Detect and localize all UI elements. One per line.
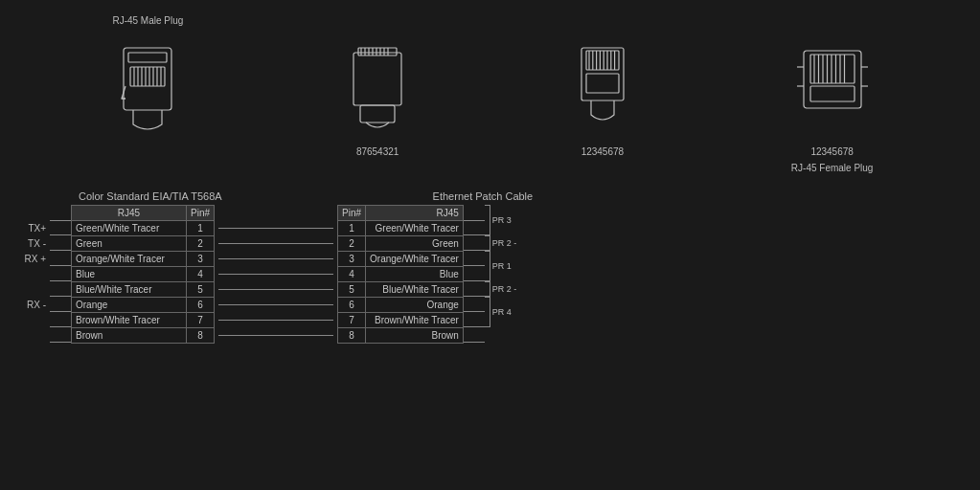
right-wire-name-2: Green <box>366 236 464 252</box>
cable-title: Ethernet Patch Cable <box>433 190 534 202</box>
svg-rect-12 <box>353 53 401 105</box>
pr-label-1: PR 1 <box>485 251 512 281</box>
pin-num-2: 2 <box>187 236 215 252</box>
table-row: 2 Green <box>338 236 464 252</box>
signal-tx-plus: TX+ <box>19 220 46 235</box>
plug-12345678-left-icon <box>564 33 641 139</box>
svg-rect-2 <box>130 67 165 86</box>
table-row: 7 Brown/White Tracer <box>338 313 464 328</box>
page: RJ-45 Male Plug <box>0 0 980 490</box>
svg-rect-22 <box>360 105 395 122</box>
color-standard-title: Color Standard EIA/TIA T568A <box>79 190 222 202</box>
signal-empty-8 <box>19 327 46 343</box>
center-cable-lines <box>218 205 333 343</box>
connector-12345678-right-sublabel: 12345678 <box>810 146 854 157</box>
right-pin-num-8: 8 <box>338 328 366 344</box>
right-wire-name-1: Green/White Tracer <box>366 221 464 236</box>
signal-rx-plus: RX + <box>19 251 46 266</box>
svg-rect-44 <box>810 86 855 101</box>
right-wire-name-5: Blue/White Tracer <box>366 282 464 298</box>
connector-87654321: placeholder <box>339 15 416 157</box>
male-plug-icon <box>104 33 191 139</box>
svg-rect-34 <box>804 51 861 108</box>
svg-rect-1 <box>128 53 167 62</box>
signal-rx-minus: RX - <box>19 297 46 312</box>
right-pin-table: Pin# RJ45 1 Green/White Tracer 2 Green 3 <box>337 205 464 344</box>
svg-rect-13 <box>358 48 397 56</box>
table-row: 5 Blue/White Tracer <box>338 282 464 298</box>
table-row: Blue/White Tracer 5 <box>72 282 215 298</box>
pin-num-3: 3 <box>187 252 215 267</box>
table-row: Green 2 <box>72 236 215 252</box>
right-pin-num-2: 2 <box>338 236 366 252</box>
table-row: 8 Brown <box>338 328 464 344</box>
right-pin-num-3: 3 <box>338 252 366 267</box>
female-plug-label: RJ-45 Female Plug <box>791 163 874 173</box>
plug-87654321-icon <box>339 33 416 139</box>
wiring-area: TX+ TX - RX + RX - <box>19 205 961 344</box>
table-row: 1 Green/White Tracer <box>338 221 464 236</box>
table-row: Green/White Tracer 1 <box>72 221 215 236</box>
pin-num-1: 1 <box>187 221 215 236</box>
right-pin-num-5: 5 <box>338 282 366 298</box>
right-wire-name-4: Blue <box>366 267 464 282</box>
right-wire-name-8: Brown <box>366 328 464 344</box>
connector-male-plug: RJ-45 Male Plug <box>104 15 191 139</box>
wire-name-4: Blue <box>72 267 187 282</box>
table-row: 4 Blue <box>338 267 464 282</box>
wire-name-3: Orange/White Tracer <box>72 252 187 267</box>
pr-label-4: PR 4 <box>485 297 512 327</box>
left-signals: TX+ TX - RX + RX - <box>19 205 46 343</box>
pin-num-7: 7 <box>187 313 215 328</box>
connector-12345678-left-sublabel: 12345678 <box>581 146 625 157</box>
right-wire-name-3: Orange/White Tracer <box>366 252 464 267</box>
pin-num-8: 8 <box>187 328 215 344</box>
signal-empty-5 <box>19 281 46 297</box>
table-row: 6 Orange <box>338 298 464 313</box>
table-row: Orange 6 <box>72 298 215 313</box>
right-pin-num-1: 1 <box>338 221 366 236</box>
pr-label-2a: PR 2 - <box>485 235 517 251</box>
cable-line-6 <box>218 297 333 312</box>
connector-87654321-sublabel: 87654321 <box>356 146 399 157</box>
right-wire-name-7: Brown/White Tracer <box>366 313 464 328</box>
cable-line-1 <box>218 220 333 235</box>
table-row: Blue 4 <box>72 267 215 282</box>
right-pin-num-6: 6 <box>338 298 366 313</box>
table-row: Brown/White Tracer 7 <box>72 313 215 328</box>
pr-label-2b: PR 2 - <box>485 281 517 297</box>
cable-line-8 <box>218 327 333 343</box>
cable-line-4 <box>218 266 333 281</box>
cable-line-7 <box>218 312 333 327</box>
right-header-rj45: RJ45 <box>366 206 464 221</box>
pr-label-3: PR 3 <box>485 205 512 235</box>
connector-female-plug: placeholder <box>789 15 876 173</box>
svg-rect-33 <box>586 74 619 93</box>
signal-tx-minus: TX - <box>19 235 46 251</box>
right-pr-labels: PR 3 PR 2 - PR 1 PR 2 - <box>485 205 521 220</box>
pin-num-4: 4 <box>187 267 215 282</box>
cable-line-3 <box>218 251 333 266</box>
pin-num-6: 6 <box>187 298 215 313</box>
female-plug-icon <box>789 33 876 139</box>
table-row: Brown 8 <box>72 328 215 344</box>
right-pin-num-7: 7 <box>338 313 366 328</box>
wire-name-2: Green <box>72 236 187 252</box>
table-row: 3 Orange/White Tracer <box>338 252 464 267</box>
signal-empty-4 <box>19 266 46 281</box>
left-pin-table: RJ45 Pin# Green/White Tracer 1 Green 2 O… <box>71 205 215 344</box>
left-header-rj45: RJ45 <box>72 206 187 221</box>
wire-name-1: Green/White Tracer <box>72 221 187 236</box>
wire-name-5: Blue/White Tracer <box>72 282 187 298</box>
wire-name-8: Brown <box>72 328 187 344</box>
cable-line-2 <box>218 235 333 251</box>
right-pin-num-4: 4 <box>338 267 366 282</box>
left-header-pin: Pin# <box>187 206 215 221</box>
right-wire-stubs <box>464 205 485 343</box>
right-wire-name-6: Orange <box>366 298 464 313</box>
left-wire-stubs <box>50 205 71 343</box>
wire-name-6: Orange <box>72 298 187 313</box>
wiring-section: Color Standard EIA/TIA T568A Ethernet Pa… <box>11 190 969 344</box>
pin-num-5: 5 <box>187 282 215 298</box>
connector-12345678-left: placeholder <box>564 15 641 157</box>
